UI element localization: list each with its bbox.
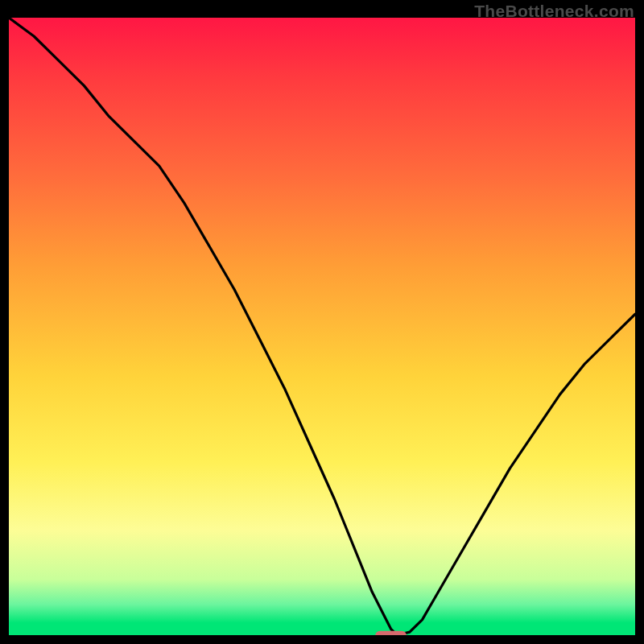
plot-area	[9, 18, 635, 635]
watermark-text: TheBottleneck.com	[474, 2, 634, 21]
chart-stage: TheBottleneck.com	[0, 0, 644, 644]
